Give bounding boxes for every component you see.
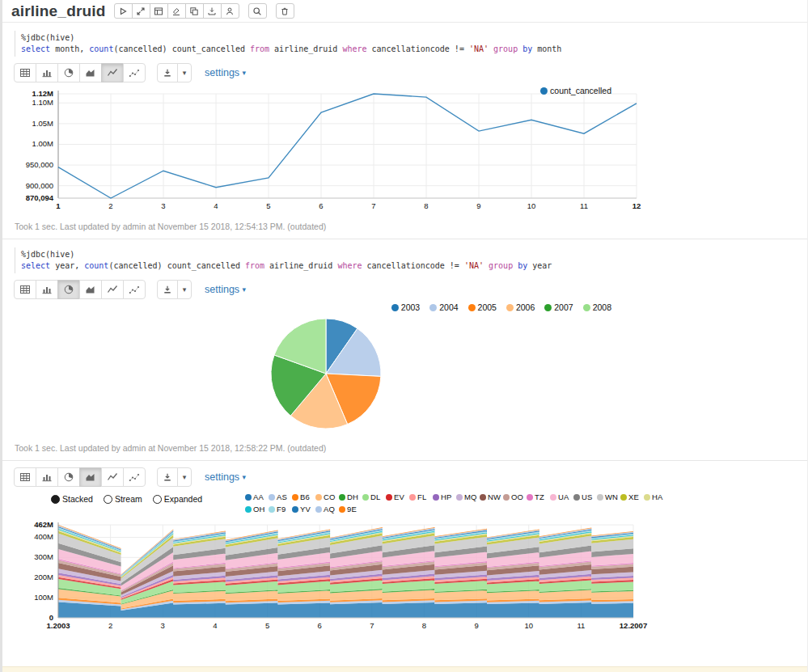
chart-type-pie-button[interactable]	[57, 280, 80, 299]
chart-type-area-button[interactable]	[79, 63, 102, 82]
settings-link[interactable]: settings ▾	[205, 284, 246, 295]
legend-dot	[245, 506, 252, 513]
settings-link[interactable]: settings ▾	[205, 67, 246, 78]
legend-item-EV[interactable]: EV	[386, 492, 409, 501]
legend-item-AS[interactable]: AS	[269, 492, 292, 501]
legend-item-US[interactable]: US	[573, 492, 597, 501]
legend-item-WN[interactable]: WN	[597, 492, 620, 501]
chart-type-line-button[interactable]	[101, 63, 124, 82]
legend-dot	[409, 494, 416, 501]
status-text: Took 1 sec. Last updated by admin at Nov…	[15, 443, 796, 453]
chart-type-line-button[interactable]	[101, 467, 124, 487]
chart-type-scatter-button[interactable]	[123, 467, 146, 487]
run-all-button[interactable]	[114, 3, 133, 19]
legend-dot	[480, 494, 486, 501]
svg-text:462M: 462M	[34, 520, 53, 529]
chart-type-pie-button[interactable]	[57, 467, 80, 487]
chart-type-pie-button[interactable]	[57, 63, 80, 82]
remove-note-button[interactable]	[276, 3, 294, 19]
clear-output-button[interactable]	[167, 3, 186, 19]
legend-label: UA	[558, 492, 569, 501]
legend-item-XE[interactable]: XE	[620, 492, 644, 501]
radio-stacked[interactable]: Stacked	[51, 494, 93, 504]
series-legend: AAASB6CODHDLEVFLHPMQNWOOTZUAUSWNXEHAOHF9…	[245, 492, 674, 517]
chart-type-area-button[interactable]	[79, 280, 102, 299]
note-title[interactable]: airline_druid	[11, 2, 106, 20]
legend-item-2004[interactable]: 2004	[429, 302, 458, 312]
export-note-button[interactable]	[203, 3, 222, 19]
show-hide-output-button[interactable]	[150, 3, 168, 19]
legend-item-2003[interactable]: 2003	[391, 302, 420, 312]
radio-expanded[interactable]: Expanded	[153, 494, 202, 504]
legend-item-9E[interactable]: 9E	[339, 505, 362, 514]
download-button[interactable]	[157, 467, 178, 487]
legend-item-2008[interactable]: 2008	[583, 302, 611, 312]
download-caret-button[interactable]: ▾	[177, 467, 192, 487]
svg-text:2: 2	[108, 201, 112, 210]
chart-type-bar-button[interactable]	[36, 280, 58, 299]
legend-item-UA[interactable]: UA	[550, 492, 573, 501]
code-editor[interactable]: %jdbc(hive)select month, count(cancelled…	[15, 31, 796, 57]
download-button[interactable]	[157, 63, 178, 82]
legend-item-2007[interactable]: 2007	[544, 302, 573, 312]
legend-item-FL[interactable]: FL	[409, 492, 433, 501]
svg-text:4: 4	[214, 201, 218, 210]
legend-item-2006[interactable]: 2006	[506, 302, 535, 312]
chart-type-table-button[interactable]	[14, 63, 36, 82]
display-toolbar: ▾settings ▾	[14, 280, 796, 299]
legend-label: DL	[370, 492, 380, 501]
legend-item-AQ[interactable]: AQ	[315, 505, 339, 514]
chart-type-bar-button[interactable]	[36, 63, 58, 82]
legend-item-AA[interactable]: AA	[245, 492, 269, 501]
legend-item-OO[interactable]: OO	[503, 492, 527, 501]
code-editor[interactable]: %jdbc(hive)select year, count(cancelled)…	[15, 247, 796, 273]
table-chart-icon	[19, 67, 31, 78]
chart-type-table-button[interactable]	[14, 280, 36, 299]
next-paragraph-strip[interactable]	[2, 666, 807, 672]
search-button[interactable]	[248, 3, 267, 19]
legend-item-DL[interactable]: DL	[362, 492, 386, 501]
download-button[interactable]	[157, 280, 178, 299]
legend-dot	[468, 304, 476, 311]
legend-item-HP[interactable]: HP	[433, 492, 456, 501]
download-caret-button[interactable]: ▾	[177, 63, 192, 82]
legend-item-CO[interactable]: CO	[315, 492, 339, 501]
chart-type-area-button[interactable]	[79, 467, 102, 487]
download-caret-button[interactable]: ▾	[177, 280, 192, 299]
legend-item-OH[interactable]: OH	[245, 505, 269, 514]
radio-stream[interactable]: Stream	[104, 494, 142, 504]
svg-text:300M: 300M	[34, 552, 53, 561]
clone-note-button[interactable]	[185, 3, 204, 19]
svg-text:10: 10	[524, 621, 533, 630]
legend-item-2005[interactable]: 2005	[468, 302, 497, 312]
chart-type-scatter-button[interactable]	[123, 280, 146, 299]
legend-dot	[506, 304, 514, 311]
legend-dot	[386, 494, 392, 501]
legend-item-NW[interactable]: NW	[480, 492, 503, 501]
version-control-button[interactable]	[221, 3, 239, 19]
clone-icon	[189, 6, 199, 16]
show-hide-code-button[interactable]	[132, 3, 150, 19]
chart-type-line-button[interactable]	[101, 280, 124, 299]
chart-legend[interactable]: count_cancelled	[540, 86, 611, 95]
legend-item-DH[interactable]: DH	[339, 492, 362, 501]
chart-type-table-button[interactable]	[14, 467, 36, 487]
line-chart-icon	[107, 284, 118, 295]
legend-item-YV[interactable]: YV	[292, 505, 315, 514]
legend-label: US	[582, 492, 592, 501]
cancelled-by-month-paragraph: %jdbc(hive)select month, count(cancelled…	[2, 31, 807, 239]
settings-link[interactable]: settings ▾	[205, 471, 246, 483]
download-icon	[163, 472, 172, 482]
legend-item-HA[interactable]: HA	[644, 492, 667, 501]
legend-item-B6[interactable]: B6	[292, 492, 315, 501]
pie-chart-icon	[63, 471, 74, 483]
legend-item-MQ[interactable]: MQ	[456, 492, 480, 501]
legend-item-TZ[interactable]: TZ	[527, 492, 550, 501]
chart-type-scatter-button[interactable]	[123, 63, 146, 82]
output-icon	[154, 6, 163, 16]
chart-type-bar-button[interactable]	[36, 467, 58, 487]
commit-icon	[225, 6, 235, 16]
legend-label: AA	[253, 492, 264, 501]
legend-item-F9[interactable]: F9	[269, 505, 292, 514]
legend-dot	[597, 494, 603, 501]
